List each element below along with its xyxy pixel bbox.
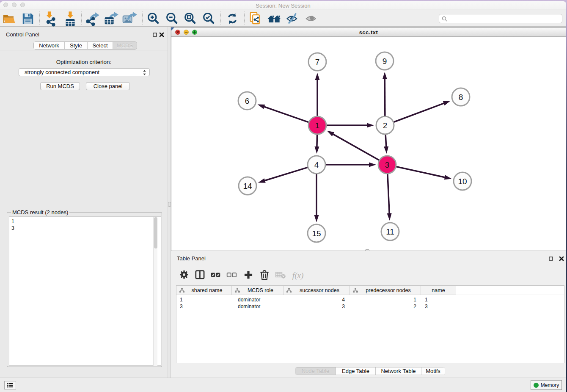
network-canvas[interactable]: 1234678910111415: [171, 37, 566, 251]
graph-edge-4-15[interactable]: [314, 173, 319, 222]
graph-edge-4-14[interactable]: [258, 167, 308, 183]
column-visibility-icon[interactable]: [193, 268, 207, 283]
add-column-icon[interactable]: [241, 268, 256, 283]
tab-style[interactable]: Style: [64, 42, 87, 49]
criterion-dropdown-value: strongly connected component: [25, 69, 99, 75]
column-header-MCDS-role[interactable]: MCDS role: [232, 286, 284, 295]
network-window: scc.txt 1234678910111415: [171, 27, 566, 251]
table-tab-motifs[interactable]: Motifs: [421, 367, 445, 375]
graph-node-4[interactable]: 4: [308, 156, 325, 174]
graph-node-14[interactable]: 14: [239, 177, 256, 195]
automation-panel-button[interactable]: [4, 381, 16, 389]
graph-node-3[interactable]: 3: [378, 156, 396, 174]
graph-edge-1-2[interactable]: [326, 123, 374, 128]
hide-selected-icon[interactable]: [284, 10, 301, 27]
svg-text:15: 15: [312, 229, 321, 238]
run-mcds-button[interactable]: Run MCDS: [40, 82, 80, 90]
svg-text:10: 10: [458, 177, 467, 186]
tab-network[interactable]: Network: [34, 42, 64, 49]
graph-edge-2-8[interactable]: [393, 101, 451, 122]
table-cell[interactable]: dominator: [232, 296, 284, 303]
zoom-out-icon[interactable]: [163, 10, 180, 27]
first-neighbors-icon[interactable]: [266, 10, 283, 27]
export-network-icon[interactable]: [84, 10, 101, 27]
result-scrollbar[interactable]: [153, 217, 157, 366]
network-window-titlebar[interactable]: scc.txt: [171, 28, 566, 37]
graph-edge-1-6[interactable]: [258, 105, 310, 123]
close-panel-button[interactable]: Close panel: [86, 82, 130, 90]
svg-text:9: 9: [383, 57, 387, 66]
graph-edge-1-7[interactable]: [315, 73, 320, 117]
save-session-icon[interactable]: [19, 10, 36, 27]
graph-node-7[interactable]: 7: [308, 53, 326, 71]
table-cell[interactable]: 2: [350, 303, 421, 310]
column-header-successor-nodes[interactable]: successor nodes: [284, 286, 350, 295]
float-panel-icon[interactable]: [153, 33, 157, 37]
graph-edge-3-11[interactable]: [387, 173, 392, 221]
panel-splitter-grip[interactable]: [168, 202, 171, 207]
result-scrollbar-thumb[interactable]: [154, 217, 157, 248]
graph-node-10[interactable]: 10: [454, 172, 471, 190]
graph-node-15[interactable]: 15: [308, 224, 325, 242]
control-panel-tabs: NetworkStyleSelectMCDS: [33, 41, 137, 50]
table-cell[interactable]: 1: [176, 296, 232, 303]
graph-node-6[interactable]: 6: [238, 92, 256, 110]
zoom-selected-icon[interactable]: [200, 10, 217, 27]
column-header-shared-name[interactable]: shared name: [176, 286, 232, 295]
column-header-predecessor-nodes[interactable]: predecessor nodes: [350, 286, 421, 295]
table-cell[interactable]: 1: [350, 296, 421, 303]
column-header-name[interactable]: name: [421, 286, 456, 295]
close-panel-icon[interactable]: [159, 32, 164, 37]
table-cell[interactable]: 3: [176, 303, 232, 310]
svg-text:4: 4: [314, 160, 319, 169]
mcds-result-item[interactable]: 3: [11, 225, 161, 232]
graph-edge-1-4[interactable]: [314, 134, 319, 154]
graph-edge-4-3[interactable]: [325, 163, 376, 167]
table-tab-node-table[interactable]: Node Table: [295, 367, 336, 375]
search-input[interactable]: [449, 14, 560, 23]
import-table-icon[interactable]: [62, 10, 79, 27]
graph-edge-2-9[interactable]: [383, 72, 387, 117]
graph-node-8[interactable]: 8: [452, 88, 470, 106]
copy-network-icon[interactable]: [248, 10, 264, 27]
graph-node-2[interactable]: 2: [376, 116, 394, 134]
deselect-all-rows-icon[interactable]: [225, 268, 239, 283]
table-tab-edge-table[interactable]: Edge Table: [336, 367, 375, 375]
import-network-icon[interactable]: [43, 10, 60, 27]
graph-node-11[interactable]: 11: [381, 223, 399, 240]
export-image-icon[interactable]: [121, 10, 138, 27]
table-cell[interactable]: 3: [421, 303, 456, 310]
network-graph: 1234678910111415: [171, 37, 566, 251]
export-table-icon[interactable]: [102, 10, 119, 27]
delete-column-icon[interactable]: [257, 268, 272, 283]
float-table-panel-icon[interactable]: [549, 257, 553, 261]
graph-edge-2-3[interactable]: [384, 134, 388, 154]
main-toolbar: [0, 9, 566, 27]
select-all-rows-icon[interactable]: [209, 268, 223, 283]
search-box: [439, 14, 562, 23]
desktop-background: Session: New Session Control Panel Netwo…: [0, 0, 567, 392]
table-settings-icon[interactable]: [177, 268, 191, 283]
table-cell[interactable]: 1: [421, 296, 456, 303]
toolbar-separator: [220, 11, 221, 25]
apply-layout-icon[interactable]: [224, 10, 241, 27]
show-all-icon[interactable]: [303, 10, 320, 27]
table-tab-network-table[interactable]: Network Table: [375, 367, 421, 375]
criterion-dropdown[interactable]: strongly connected component: [19, 68, 150, 76]
close-table-panel-icon[interactable]: [559, 256, 564, 261]
table-cell[interactable]: 4: [284, 296, 350, 303]
mcds-result-list[interactable]: 13: [9, 216, 161, 366]
tab-mcds[interactable]: MCDS: [113, 42, 137, 49]
graph-edge-3-1[interactable]: [327, 131, 380, 160]
memory-button[interactable]: Memory: [531, 380, 562, 390]
zoom-in-icon[interactable]: [145, 10, 162, 27]
mcds-result-item[interactable]: 1: [11, 218, 161, 225]
graph-node-9[interactable]: 9: [376, 52, 394, 70]
table-cell[interactable]: dominator: [232, 303, 284, 310]
graph-node-1[interactable]: 1: [308, 116, 326, 134]
open-session-icon[interactable]: [1, 10, 18, 27]
tab-select[interactable]: Select: [87, 42, 113, 49]
zoom-fit-icon[interactable]: [182, 10, 198, 27]
graph-edge-3-10[interactable]: [396, 166, 452, 179]
table-cell[interactable]: 3: [284, 303, 350, 310]
